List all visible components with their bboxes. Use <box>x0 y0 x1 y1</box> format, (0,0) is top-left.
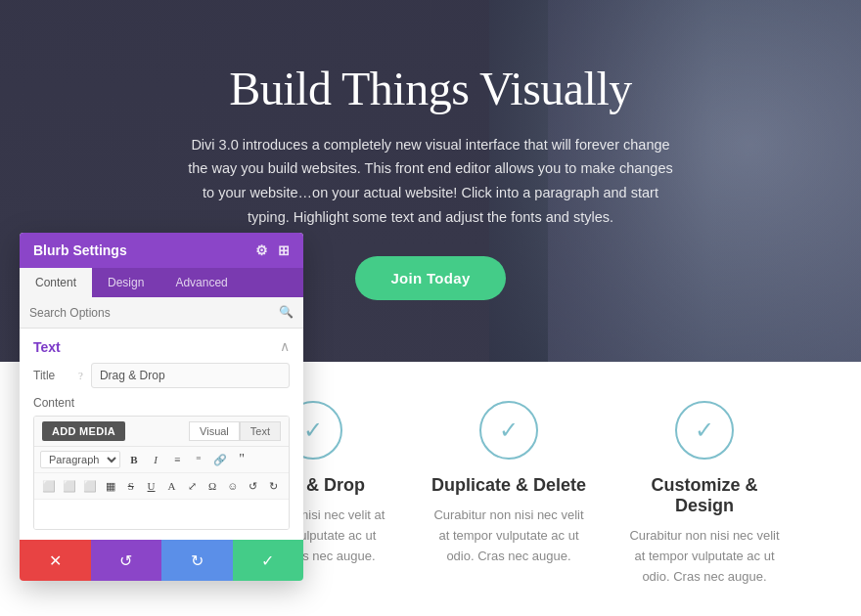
bold-button[interactable]: B <box>124 450 144 469</box>
editor-toolbar-row-1: Paragraph Heading 1 Heading 2 B I ≡ ⁼ 🔗 … <box>34 447 289 473</box>
title-input[interactable] <box>91 363 290 388</box>
search-input[interactable] <box>29 306 273 320</box>
editor-view-tabs: Visual Text <box>189 421 281 441</box>
italic-button[interactable]: I <box>146 450 165 469</box>
editor-toolbar-top: ADD MEDIA Visual Text <box>34 417 289 447</box>
link-button[interactable]: 🔗 <box>210 450 230 469</box>
align-left-button[interactable]: ⬜ <box>40 476 59 496</box>
hero-title: Build Things Visually <box>186 62 675 115</box>
undo-editor-button[interactable]: ↺ <box>244 476 262 496</box>
tab-design[interactable]: Design <box>92 268 159 297</box>
search-icon: 🔍 <box>279 305 294 320</box>
panel-footer: ✕ ↺ ↻ ✓ <box>20 540 303 581</box>
cancel-button[interactable]: ✕ <box>20 540 91 581</box>
expand-icon[interactable]: ⊞ <box>278 242 290 258</box>
text-section-header: Text ∧ <box>33 338 290 355</box>
editor-tab-visual[interactable]: Visual <box>189 421 240 441</box>
undo-button[interactable]: ↺ <box>91 540 162 581</box>
text-color-button[interactable]: A <box>162 476 181 496</box>
settings-icon[interactable]: ⚙ <box>255 242 268 258</box>
add-media-button[interactable]: ADD MEDIA <box>42 421 125 441</box>
editor-content-area[interactable] <box>34 500 289 529</box>
emoji-button[interactable]: ☺ <box>223 476 242 496</box>
panel-title: Blurb Settings <box>33 242 127 258</box>
panel-body: Text ∧ Title ? Content ADD MEDIA Visual … <box>20 329 303 540</box>
collapse-arrow-icon[interactable]: ∧ <box>280 338 290 355</box>
content-editor: ADD MEDIA Visual Text Paragraph Heading … <box>33 416 290 530</box>
duplicate-delete-desc: Curabitur non nisi nec velit at tempor v… <box>430 506 587 566</box>
join-today-button[interactable]: Join Today <box>355 256 505 300</box>
table-button[interactable]: ▦ <box>101 476 119 496</box>
duplicate-delete-check-icon: ✓ <box>479 401 538 460</box>
align-right-button[interactable]: ⬜ <box>81 476 100 496</box>
feature-item-customize-design: ✓ Customize & Design Curabitur non nisi … <box>607 401 802 587</box>
hero-description: Divi 3.0 introduces a completely new vis… <box>186 133 675 230</box>
text-section-label: Text <box>33 339 61 355</box>
customize-design-title: Customize & Design <box>626 475 783 516</box>
customize-design-check-icon: ✓ <box>675 401 734 460</box>
underline-button[interactable]: U <box>142 476 160 496</box>
special-char-button[interactable]: Ω <box>204 476 222 496</box>
panel-search-bar: 🔍 <box>20 297 303 329</box>
tab-advanced[interactable]: Advanced <box>159 268 243 297</box>
content-field-label: Content <box>33 396 290 410</box>
blurb-settings-panel: Blurb Settings ⚙ ⊞ Content Design Advanc… <box>20 233 303 581</box>
unordered-list-button[interactable]: ≡ <box>167 450 187 469</box>
ordered-list-button[interactable]: ⁼ <box>189 450 208 469</box>
title-field-label: Title <box>33 369 70 382</box>
tab-content[interactable]: Content <box>20 268 92 297</box>
panel-header: Blurb Settings ⚙ ⊞ <box>20 233 303 268</box>
customize-design-desc: Curabitur non nisi nec velit at tempor v… <box>626 526 783 587</box>
redo-editor-button[interactable]: ↻ <box>264 476 283 496</box>
align-center-button[interactable]: ⬜ <box>61 476 79 496</box>
redo-button[interactable]: ↻ <box>161 540 233 581</box>
blockquote-button[interactable]: " <box>232 450 251 469</box>
fullscreen-button[interactable]: ⤢ <box>183 476 202 496</box>
title-help-icon[interactable]: ? <box>78 370 83 381</box>
editor-tab-text[interactable]: Text <box>240 421 281 441</box>
feature-item-duplicate-delete: ✓ Duplicate & Delete Curabitur non nisi … <box>411 401 607 566</box>
paragraph-select[interactable]: Paragraph Heading 1 Heading 2 <box>40 451 120 468</box>
title-field-row: Title ? <box>33 363 290 388</box>
editor-toolbar-row-2: ⬜ ⬜ ⬜ ▦ S U A ⤢ Ω ☺ ↺ ↻ <box>34 473 289 500</box>
save-button[interactable]: ✓ <box>233 540 304 581</box>
strikethrough-button[interactable]: S <box>121 476 140 496</box>
panel-tabs: Content Design Advanced <box>20 268 303 297</box>
panel-header-icons: ⚙ ⊞ <box>255 242 290 258</box>
duplicate-delete-title: Duplicate & Delete <box>431 475 586 496</box>
